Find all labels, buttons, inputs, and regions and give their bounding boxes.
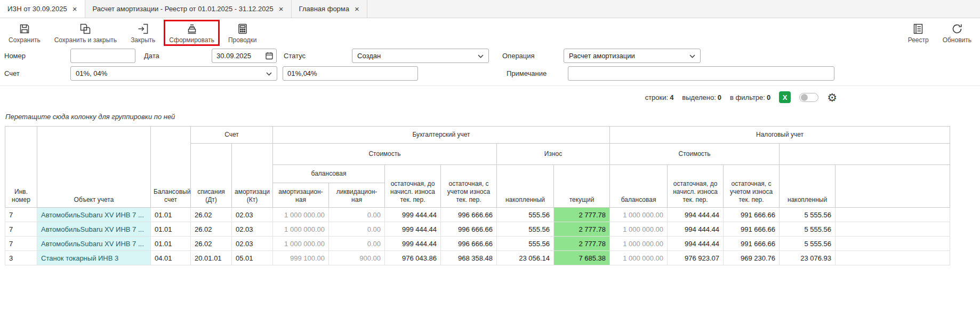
col-header-liquidation-value[interactable]: ликвидацион-ная: [329, 183, 385, 208]
postings-button[interactable]: Проводки: [223, 20, 262, 46]
col-header-amortized-value[interactable]: амортизацион-ная: [273, 183, 329, 208]
cell-credit-account[interactable]: 05.01: [232, 251, 273, 265]
cell-current-wear[interactable]: 2 777.78: [554, 208, 610, 222]
col-header-accumulated-wear[interactable]: накопленный: [497, 165, 554, 208]
cell-liquidation-value[interactable]: 0.00: [329, 222, 385, 237]
cell-balance-account[interactable]: 01.01: [151, 237, 191, 251]
save-and-close-button[interactable]: Сохранить и закрыть: [49, 20, 122, 46]
account-select[interactable]: 01%, 04%: [70, 66, 277, 81]
gear-icon[interactable]: ⚙: [827, 92, 837, 103]
cell-accumulated-wear[interactable]: 555.56: [497, 222, 554, 237]
cell-tax-accumulated[interactable]: 23 076.93: [780, 251, 836, 265]
col-header-inv-number[interactable]: Инв. номер: [5, 127, 37, 208]
registry-button[interactable]: Реестр: [903, 20, 934, 46]
cell-tax-book-value[interactable]: 1 000 000.00: [610, 208, 668, 222]
cell-amortized-value[interactable]: 1 000 000.00: [273, 237, 329, 251]
table-row[interactable]: 7АвтомобильSubaru XV ИНВ 7 ...01.0126.02…: [5, 222, 950, 237]
cell-tax-residual-before[interactable]: 994 444.44: [668, 237, 724, 251]
tab-izn[interactable]: ИЗН от 30.09.2025 ×: [0, 0, 85, 18]
cell-object[interactable]: Станок токарный ИНВ 3: [37, 251, 151, 265]
col-header-debit-account[interactable]: списания (Дт): [191, 144, 232, 208]
refresh-button[interactable]: Обновить: [937, 20, 977, 46]
close-button[interactable]: Закрыть: [125, 20, 160, 46]
number-input[interactable]: [70, 49, 135, 63]
cell-current-wear[interactable]: 2 777.78: [554, 237, 610, 251]
cell-debit-account[interactable]: 26.02: [191, 237, 232, 251]
note-input[interactable]: [568, 66, 834, 81]
cell-balance-account[interactable]: 01.01: [151, 208, 191, 222]
cell-balance-account[interactable]: 04.01: [151, 251, 191, 265]
cell-inv-number[interactable]: 3: [5, 251, 37, 265]
cell-residual-before[interactable]: 999 444.44: [385, 237, 441, 251]
col-header-balance-account[interactable]: Балансовый счет: [151, 127, 191, 208]
cell-accumulated-wear[interactable]: 23 056.14: [497, 251, 554, 265]
cell-current-wear[interactable]: 7 685.38: [554, 251, 610, 265]
account-mask-input[interactable]: [283, 66, 418, 81]
col-header-tax-residual-after[interactable]: остаточная, с учетом износа тек. пер.: [724, 165, 780, 208]
col-header-tax-accumulated[interactable]: накопленный: [780, 165, 836, 208]
generate-button[interactable]: Сформировать: [164, 20, 220, 46]
cell-debit-account[interactable]: 26.02: [191, 208, 232, 222]
cell-residual-before[interactable]: 976 043.86: [385, 251, 441, 265]
cell-tax-residual-before[interactable]: 976 923.07: [668, 251, 724, 265]
cell-amortized-value[interactable]: 999 100.00: [273, 251, 329, 265]
cell-tax-residual-before[interactable]: 994 444.44: [668, 208, 724, 222]
cell-residual-before[interactable]: 999 444.44: [385, 208, 441, 222]
tab-amortization-registry[interactable]: Расчет амортизации - Реестр от 01.01.202…: [85, 0, 292, 18]
cell-debit-account[interactable]: 26.02: [191, 222, 232, 237]
tab-main-form[interactable]: Главная форма ×: [292, 0, 367, 18]
cell-liquidation-value[interactable]: 900.00: [329, 251, 385, 265]
cell-residual-after[interactable]: 996 666.66: [441, 222, 497, 237]
cell-tax-accumulated[interactable]: 5 555.56: [780, 222, 836, 237]
cell-object[interactable]: АвтомобильSubaru XV ИНВ 7 ...: [37, 222, 151, 237]
cell-tax-residual-before[interactable]: 994 444.44: [668, 222, 724, 237]
table-row[interactable]: 3Станок токарный ИНВ 304.0120.01.0105.01…: [5, 251, 950, 265]
tab-close-icon[interactable]: ×: [279, 5, 284, 13]
cell-object[interactable]: АвтомобильSubaru XV ИНВ 7 ...: [37, 208, 151, 222]
cell-debit-account[interactable]: 20.01.01: [191, 251, 232, 265]
tab-close-icon[interactable]: ×: [73, 5, 77, 13]
cell-tax-residual-after[interactable]: 969 230.76: [724, 251, 780, 265]
cell-tax-accumulated[interactable]: 5 555.56: [780, 208, 836, 222]
col-header-residual-before[interactable]: остаточная, до начисл. износа тек. пер.: [385, 165, 441, 208]
cell-tax-book-value[interactable]: 1 000 000.00: [610, 251, 668, 265]
cell-amortized-value[interactable]: 1 000 000.00: [273, 222, 329, 237]
col-header-tax-residual-before[interactable]: остаточная, до начисл. износа тек. пер.: [668, 165, 724, 208]
toggle-switch[interactable]: [799, 93, 818, 102]
table-row[interactable]: 7АвтомобильSubaru XV ИНВ 7 ...01.0126.02…: [5, 237, 950, 251]
cell-inv-number[interactable]: 7: [5, 222, 37, 237]
group-by-hint[interactable]: Перетащите сюда колонку для группировки …: [5, 113, 980, 121]
cell-residual-before[interactable]: 999 444.44: [385, 222, 441, 237]
cell-residual-after[interactable]: 996 666.66: [441, 237, 497, 251]
cell-accumulated-wear[interactable]: 555.56: [497, 208, 554, 222]
cell-credit-account[interactable]: 02.03: [232, 208, 273, 222]
calendar-icon[interactable]: [265, 51, 274, 60]
col-header-object[interactable]: Объект учета: [37, 127, 151, 208]
cell-tax-residual-after[interactable]: 991 666.66: [724, 222, 780, 237]
status-select[interactable]: Создан: [352, 49, 489, 63]
cell-liquidation-value[interactable]: 0.00: [329, 208, 385, 222]
cell-inv-number[interactable]: 7: [5, 208, 37, 222]
col-header-residual-after[interactable]: остаточная, с учетом износа тек. пер.: [441, 165, 497, 208]
cell-balance-account[interactable]: 01.01: [151, 222, 191, 237]
table-row[interactable]: 7АвтомобильSubaru XV ИНВ 7 ...01.0126.02…: [5, 208, 950, 222]
cell-tax-book-value[interactable]: 1 000 000.00: [610, 237, 668, 251]
cell-credit-account[interactable]: 02.03: [232, 222, 273, 237]
tab-close-icon[interactable]: ×: [355, 5, 359, 13]
cell-current-wear[interactable]: 2 777.78: [554, 222, 610, 237]
save-button[interactable]: Сохранить: [3, 20, 46, 46]
col-header-tax-book-value[interactable]: балансовая: [610, 165, 668, 208]
cell-inv-number[interactable]: 7: [5, 237, 37, 251]
col-header-current-wear[interactable]: текущий: [554, 165, 610, 208]
cell-amortized-value[interactable]: 1 000 000.00: [273, 208, 329, 222]
cell-residual-after[interactable]: 996 666.66: [441, 208, 497, 222]
cell-accumulated-wear[interactable]: 555.56: [497, 237, 554, 251]
cell-object[interactable]: АвтомобильSubaru XV ИНВ 7 ...: [37, 237, 151, 251]
cell-tax-book-value[interactable]: 1 000 000.00: [610, 222, 668, 237]
cell-tax-accumulated[interactable]: 5 555.56: [780, 237, 836, 251]
cell-tax-residual-after[interactable]: 991 666.66: [724, 237, 780, 251]
excel-export-button[interactable]: X: [779, 91, 791, 103]
cell-tax-residual-after[interactable]: 991 666.66: [724, 208, 780, 222]
cell-residual-after[interactable]: 968 358.48: [441, 251, 497, 265]
col-header-credit-account[interactable]: амортизаци (Кт): [232, 144, 273, 208]
